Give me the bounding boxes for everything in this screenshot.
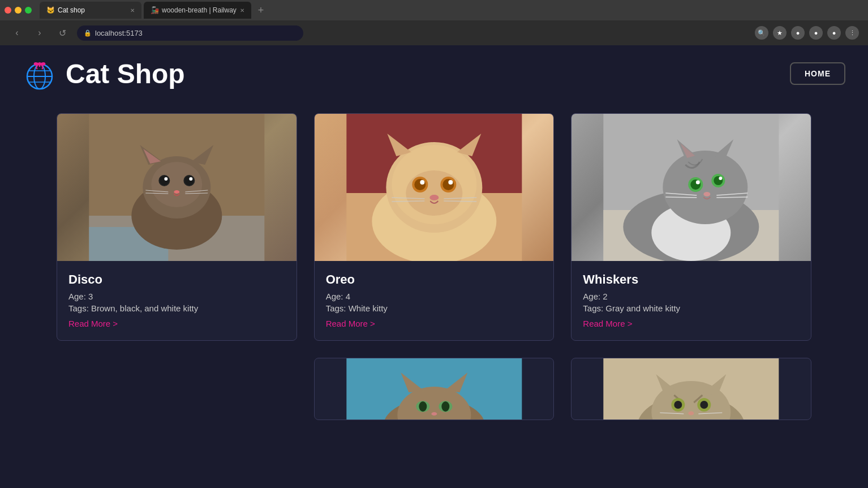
toolbar-icons: 🔍 ★ ● ● ● ⋮ (755, 26, 859, 40)
read-more-oreo[interactable]: Read More > (326, 319, 375, 328)
cards-section: Disco Age: 3 Tags: Brown, black, and whi… (0, 102, 868, 431)
cat-image-disco (57, 114, 297, 261)
window-controls (5, 7, 32, 14)
svg-point-39 (420, 180, 424, 185)
cat-card-bottom-1 (314, 358, 555, 420)
cat-age-whiskers: Age: 2 (583, 292, 800, 301)
svg-point-15 (151, 162, 202, 207)
site-header: Cat Shop HOME (0, 45, 868, 102)
url-bar[interactable]: 🔒 localhost:5173 (77, 25, 303, 41)
tab-favicon-catshop: 🐱 (46, 6, 54, 14)
address-bar: ‹ › ↺ 🔒 localhost:5173 🔍 ★ ● ● ● ⋮ (0, 20, 868, 45)
page-content: Cat Shop HOME (0, 45, 868, 431)
add-tab-button[interactable]: + (253, 5, 269, 16)
cat-card-disco: Disco Age: 3 Tags: Brown, black, and whi… (57, 113, 297, 341)
svg-point-34 (406, 170, 462, 216)
site-title: Cat Shop (66, 58, 185, 89)
cat-svg-disco (57, 114, 297, 261)
cat-name-whiskers: Whiskers (583, 272, 800, 287)
inactive-tab-label: wooden-breath | Railway (162, 6, 237, 14)
forward-button[interactable]: › (32, 25, 48, 41)
cat-tags-disco: Tags: Brown, black, and white kitty (68, 303, 285, 313)
svg-point-73 (441, 401, 449, 412)
browser-tabs: 🐱 Cat shop ✕ 🚂 wooden-breath | Railway ✕… (0, 0, 868, 20)
minimize-window-dot[interactable] (15, 7, 22, 14)
active-tab-label: Cat shop (58, 6, 85, 14)
svg-point-60 (704, 192, 711, 196)
extension-icon-1[interactable]: ● (791, 26, 805, 40)
url-text: localhost:5173 (95, 29, 143, 37)
cat-name-oreo: Oreo (326, 272, 543, 287)
cards-grid-bottom (57, 358, 811, 420)
svg-point-86 (689, 412, 694, 416)
cards-grid: Disco Age: 3 Tags: Brown, black, and whi… (57, 113, 811, 341)
refresh-button[interactable]: ↺ (54, 25, 70, 41)
svg-point-58 (696, 181, 700, 185)
close-window-dot[interactable] (5, 7, 11, 14)
active-tab[interactable]: 🐱 Cat shop ✕ (40, 2, 141, 19)
svg-point-84 (674, 401, 682, 409)
home-button[interactable]: HOME (790, 62, 845, 85)
read-more-whiskers[interactable]: Read More > (583, 319, 632, 328)
cat-age-disco: Age: 3 (68, 292, 285, 301)
maximize-window-dot[interactable] (25, 7, 32, 14)
extension-icon-2[interactable]: ● (809, 26, 823, 40)
svg-point-72 (419, 401, 427, 412)
cat-svg-oreo (315, 114, 554, 261)
svg-point-22 (174, 190, 179, 194)
browser-chrome: 🐱 Cat shop ✕ 🚂 wooden-breath | Railway ✕… (0, 0, 868, 45)
svg-point-40 (448, 180, 453, 185)
site-logo (23, 57, 57, 91)
cat-svg-bottom-2 (571, 358, 811, 420)
cat-card-oreo: Oreo Age: 4 Tags: White kitty Read More … (314, 113, 555, 341)
svg-point-21 (189, 177, 192, 181)
card-body-disco: Disco Age: 3 Tags: Brown, black, and whi… (57, 261, 297, 340)
svg-point-19 (184, 176, 194, 185)
tab-favicon-railway: 🚂 (151, 6, 158, 14)
bookmark-icon[interactable]: ★ (773, 26, 787, 40)
inactive-tab[interactable]: 🚂 wooden-breath | Railway ✕ (144, 2, 251, 19)
inactive-tab-close[interactable]: ✕ (240, 7, 244, 14)
svg-point-59 (719, 177, 723, 180)
svg-line-45 (444, 201, 476, 202)
search-icon[interactable]: 🔍 (755, 26, 768, 40)
extension-icon-3[interactable]: ● (827, 26, 841, 40)
cat-tags-whiskers: Tags: Gray and white kitty (583, 303, 800, 313)
svg-point-18 (160, 176, 169, 185)
read-more-disco[interactable]: Read More > (68, 319, 118, 328)
svg-line-62 (666, 197, 697, 198)
card-body-oreo: Oreo Age: 4 Tags: White kitty Read More … (315, 261, 554, 340)
card-body-whiskers: Whiskers Age: 2 Tags: Gray and white kit… (571, 261, 811, 340)
svg-point-38 (442, 179, 454, 190)
svg-line-64 (717, 197, 748, 198)
svg-point-50 (663, 151, 748, 224)
cat-svg-bottom-1 (315, 358, 554, 420)
cat-svg-whiskers (571, 114, 811, 261)
menu-icon[interactable]: ⋮ (845, 26, 859, 40)
svg-point-74 (431, 412, 437, 416)
cat-name-disco: Disco (68, 272, 285, 287)
svg-line-43 (392, 201, 424, 202)
cat-age-oreo: Age: 4 (326, 292, 543, 301)
active-tab-close[interactable]: ✕ (130, 7, 135, 14)
svg-point-85 (701, 401, 708, 409)
svg-point-41 (429, 195, 439, 200)
cat-tags-oreo: Tags: White kitty (326, 303, 543, 313)
cat-image-oreo (315, 114, 554, 261)
logo-container: Cat Shop (23, 57, 185, 91)
svg-point-20 (164, 177, 167, 181)
cat-card-bottom-2 (571, 358, 811, 420)
cat-image-whiskers (571, 114, 811, 261)
cat-card-whiskers: Whiskers Age: 2 Tags: Gray and white kit… (571, 113, 811, 341)
back-button[interactable]: ‹ (9, 25, 25, 41)
lock-icon: 🔒 (84, 29, 92, 37)
svg-point-37 (414, 179, 426, 190)
